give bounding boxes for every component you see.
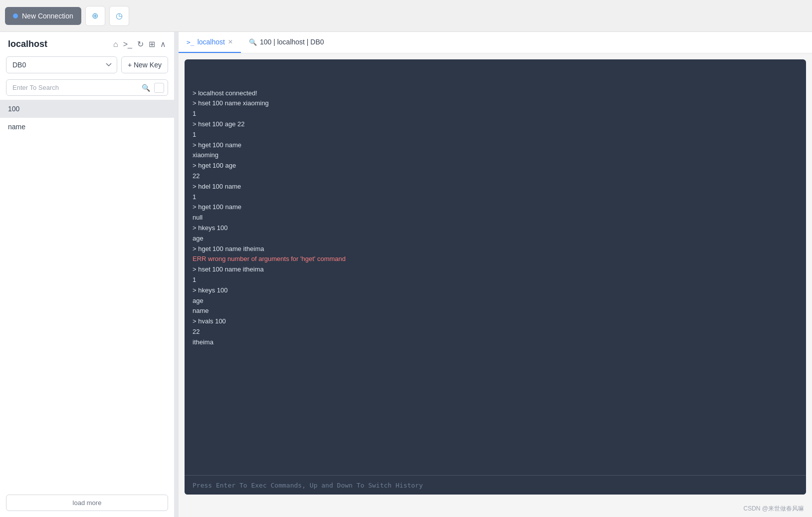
console-input[interactable] [193, 482, 798, 489]
tab-label-localhost: localhost [198, 38, 225, 46]
chevron-up-icon[interactable]: ∧ [160, 39, 166, 49]
right-panel: >_ localhost ✕ 🔍 100 | localhost | DB0 >… [179, 32, 812, 517]
tab-close-icon[interactable]: ✕ [228, 38, 233, 45]
toolbar: New Connection ⊕ ◷ [0, 0, 812, 32]
search-box: 🔍 [6, 79, 168, 96]
console-line: > hget 100 name [193, 202, 798, 213]
console-container: > localhost connected!> hset 100 name xi… [185, 59, 806, 495]
main-content: localhost ⌂ >_ ↻ ⊞ ∧ DB0 DB1 DB2 DB3 + N… [0, 32, 812, 517]
home-icon[interactable]: ⌂ [113, 40, 118, 49]
console-line: > hget 100 name itheima [193, 244, 798, 255]
tab-localhost[interactable]: >_ localhost ✕ [179, 32, 241, 53]
sidebar-icon-group: ⌂ >_ ↻ ⊞ ∧ [113, 39, 166, 49]
new-key-button[interactable]: + New Key [121, 56, 168, 73]
console-line: age [193, 234, 798, 244]
history-icon: ◷ [116, 11, 123, 20]
sidebar-header: localhost ⌂ >_ ↻ ⊞ ∧ [0, 32, 174, 56]
console-line: 1 [193, 130, 798, 140]
key-item-100[interactable]: 100 [0, 100, 174, 118]
tab-prefix-1: >_ [187, 38, 195, 46]
console-line: 1 [193, 275, 798, 285]
sidebar-controls: DB0 DB1 DB2 DB3 + New Key [0, 56, 174, 79]
watermark: CSDN @来世做春风嘛 [179, 501, 812, 517]
db-selector[interactable]: DB0 DB1 DB2 DB3 [6, 56, 117, 73]
console-line: 1 [193, 109, 798, 119]
console-line: > localhost connected! [193, 88, 798, 99]
load-more-button[interactable]: load more [6, 495, 168, 511]
terminal-small-icon[interactable]: >_ [123, 40, 132, 49]
console-line: name [193, 306, 798, 316]
console-line: 22 [193, 171, 798, 182]
tab-bar: >_ localhost ✕ 🔍 100 | localhost | DB0 [179, 32, 812, 53]
search-extra-button[interactable] [154, 83, 164, 93]
console-line: > hset 100 name itheima [193, 264, 798, 275]
refresh-icon[interactable]: ↻ [137, 39, 144, 49]
key-item-name[interactable]: name [0, 118, 174, 136]
tab-query[interactable]: 🔍 100 | localhost | DB0 [241, 32, 332, 53]
console-line: null [193, 213, 798, 223]
terminal-icon: ⊕ [92, 11, 98, 20]
new-connection-button[interactable]: New Connection [5, 7, 81, 25]
key-list: 100 name [0, 100, 174, 489]
console-line: xiaoming [193, 150, 798, 161]
console-line: 22 [193, 327, 798, 337]
console-line: > hdel 100 name [193, 182, 798, 192]
sidebar-title: localhost [8, 39, 47, 49]
console-line: 1 [193, 192, 798, 203]
console-line: > hkeys 100 [193, 223, 798, 234]
console-input-area [185, 475, 806, 495]
terminal-icon-button[interactable]: ⊕ [85, 6, 105, 26]
sidebar: localhost ⌂ >_ ↻ ⊞ ∧ DB0 DB1 DB2 DB3 + N… [0, 32, 175, 517]
new-connection-label: New Connection [22, 12, 73, 20]
console-line: > hkeys 100 [193, 285, 798, 296]
history-icon-button[interactable]: ◷ [109, 6, 129, 26]
console-line: itheima [193, 337, 798, 348]
tab-label-query: 100 | localhost | DB0 [260, 38, 324, 46]
console-line: > hset 100 name xiaoming [193, 98, 798, 109]
console-line: > hget 100 name [193, 140, 798, 151]
console-line: > hvals 100 [193, 316, 798, 327]
console-line: > hget 100 age [193, 161, 798, 171]
resize-divider[interactable] [175, 32, 179, 517]
search-icon: 🔍 [142, 84, 150, 92]
connection-dot [13, 13, 18, 18]
console-line: > hset 100 age 22 [193, 119, 798, 130]
search-tab-icon: 🔍 [249, 38, 257, 46]
console-output: > localhost connected!> hset 100 name xi… [185, 59, 806, 475]
console-line: age [193, 296, 798, 306]
console-line: ERR wrong number of arguments for 'hget'… [193, 254, 798, 264]
new-key-label: + New Key [128, 61, 162, 69]
grid-icon[interactable]: ⊞ [149, 39, 155, 49]
